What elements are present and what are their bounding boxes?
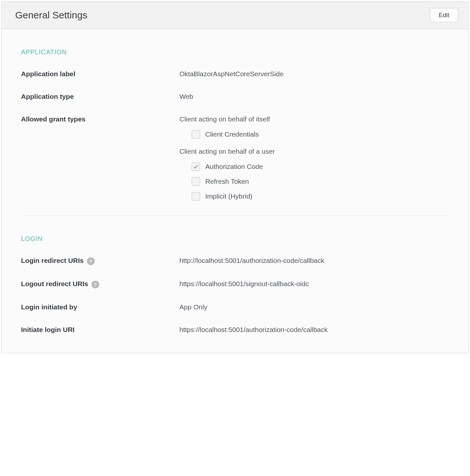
row-logout-redirect-uris: Logout redirect URIs ? https://localhost…	[21, 280, 449, 288]
grant-group-self-heading: Client acting on behalf of itself	[179, 115, 449, 123]
label-login-initiated-by: Login initiated by	[21, 303, 179, 311]
help-icon[interactable]: ?	[91, 281, 99, 288]
grant-group-user-heading: Client acting on behalf of a user	[179, 148, 449, 155]
checkbox-row-implicit: Implicit (Hybrid)	[192, 192, 449, 201]
checkbox-row-refresh-token: Refresh Token	[192, 177, 449, 186]
value-login-redirect-uris: http://localhost:5001/authorization-code…	[179, 257, 449, 265]
label-application-label: Application label	[21, 70, 179, 78]
value-logout-redirect-uris: https://localhost:5001/signout-callback-…	[179, 280, 449, 288]
checkbox-authorization-code[interactable]	[192, 162, 200, 171]
label-allowed-grant-types: Allowed grant types	[21, 115, 179, 201]
general-settings-panel: General Settings Edit APPLICATION Applic…	[1, 1, 469, 353]
value-initiate-login-uri: https://localhost:5001/authorization-cod…	[179, 326, 449, 334]
value-application-label: OktaBlazorAspNetCoreServerSide	[179, 70, 449, 78]
label-logout-redirect-uris: Logout redirect URIs ?	[21, 280, 179, 288]
label-initiate-login-uri: Initiate login URI	[21, 326, 179, 334]
row-initiate-login-uri: Initiate login URI https://localhost:500…	[21, 326, 449, 334]
grant-group-user: Client acting on behalf of a user Author…	[179, 148, 449, 201]
grant-group-self: Client acting on behalf of itself Client…	[179, 115, 449, 139]
value-allowed-grant-types: Client acting on behalf of itself Client…	[179, 115, 449, 201]
value-login-initiated-by: App Only	[179, 303, 449, 311]
panel-body: APPLICATION Application label OktaBlazor…	[2, 29, 468, 353]
row-login-redirect-uris: Login redirect URIs ? http://localhost:5…	[21, 257, 449, 265]
value-application-type: Web	[179, 93, 449, 100]
edit-button[interactable]: Edit	[430, 8, 458, 22]
checkbox-client-credentials[interactable]	[192, 130, 200, 139]
panel-title: General Settings	[15, 10, 87, 21]
label-application-type: Application type	[21, 93, 179, 100]
label-login-redirect-uris-text: Login redirect URIs	[21, 257, 84, 264]
section-heading-login: LOGIN	[21, 235, 449, 243]
row-application-type: Application type Web	[21, 93, 449, 100]
label-login-redirect-uris: Login redirect URIs ?	[21, 257, 179, 265]
checkbox-label-refresh-token: Refresh Token	[205, 178, 249, 185]
checkbox-row-authorization-code: Authorization Code	[192, 162, 449, 171]
checkbox-refresh-token[interactable]	[192, 177, 200, 186]
section-heading-application: APPLICATION	[21, 48, 449, 56]
check-icon	[193, 164, 199, 170]
checkbox-label-implicit: Implicit (Hybrid)	[205, 192, 252, 200]
checkbox-label-authorization-code: Authorization Code	[205, 163, 263, 171]
row-allowed-grant-types: Allowed grant types Client acting on beh…	[21, 115, 449, 201]
label-logout-redirect-uris-text: Logout redirect URIs	[21, 280, 88, 288]
panel-header: General Settings Edit	[2, 2, 468, 29]
row-application-label: Application label OktaBlazorAspNetCoreSe…	[21, 70, 449, 78]
section-divider	[21, 215, 449, 216]
checkbox-implicit[interactable]	[192, 192, 200, 201]
row-login-initiated-by: Login initiated by App Only	[21, 303, 449, 311]
checkbox-row-client-credentials: Client Credentials	[192, 130, 449, 139]
help-icon[interactable]: ?	[87, 257, 95, 265]
checkbox-label-client-credentials: Client Credentials	[205, 130, 259, 138]
